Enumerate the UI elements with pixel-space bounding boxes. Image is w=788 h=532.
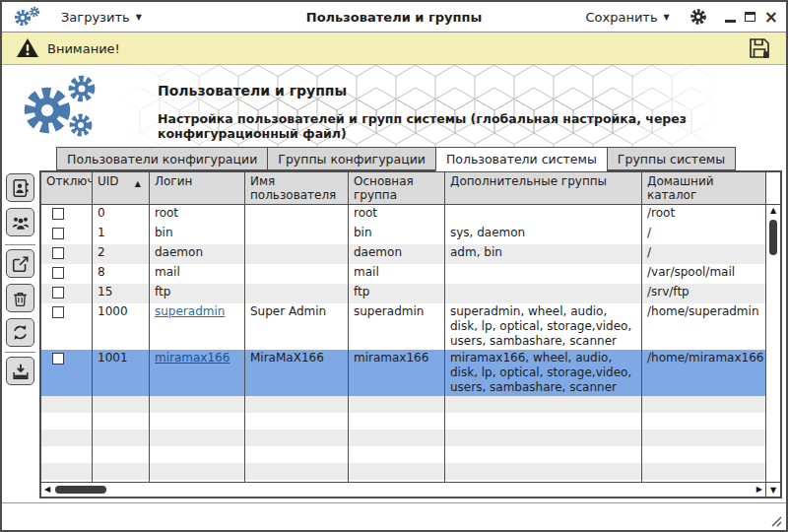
disable-checkbox[interactable] <box>52 306 64 318</box>
empty-table-row[interactable] <box>41 413 765 430</box>
delete-user-button[interactable] <box>6 284 34 312</box>
disable-checkbox[interactable] <box>52 267 64 279</box>
cell-home <box>642 446 765 463</box>
login-link[interactable]: miramax166 <box>155 351 230 365</box>
cell-name <box>245 446 349 463</box>
disable-checkbox[interactable] <box>52 353 64 365</box>
disable-checkbox[interactable] <box>52 287 64 299</box>
export-user-button[interactable] <box>6 249 34 278</box>
cell-login: root <box>150 205 245 225</box>
column-header-primary-group[interactable]: Основная группа <box>349 172 445 204</box>
empty-table-row[interactable] <box>41 430 765 446</box>
scroll-left-icon[interactable]: ◀ <box>44 485 50 494</box>
cell-login: daemon <box>150 244 245 264</box>
cell-primary-group: root <box>349 205 445 225</box>
login-link[interactable]: superadmin <box>155 304 225 318</box>
cell-login <box>150 446 245 463</box>
table-row[interactable]: 1 bin bin sys, daemon / <box>41 225 765 244</box>
close-button[interactable]: × <box>764 10 778 24</box>
column-header-extra-groups[interactable]: Дополнительные группы <box>445 172 642 204</box>
tab-system-users[interactable]: Пользователи системы <box>435 147 607 171</box>
import-user-button[interactable] <box>6 357 34 385</box>
refresh-icon <box>11 323 30 342</box>
scrollbar-corner <box>765 172 780 205</box>
cell-primary-group: miramax166 <box>349 350 445 396</box>
column-header-disabled[interactable]: Отключ <box>41 172 93 204</box>
cell-home: / <box>642 244 765 264</box>
horizontal-scrollbar-thumb[interactable] <box>55 486 106 494</box>
cell-extra-groups <box>445 264 642 284</box>
tab-system-groups[interactable]: Группы системы <box>607 147 736 170</box>
column-header-name[interactable]: Имя пользователя <box>245 172 349 204</box>
cell-extra-groups <box>445 463 642 480</box>
users-table-panel: Отключ UID ▲ Логин Имя пользователя Осно… <box>39 170 782 499</box>
cell-uid: 1000 <box>93 303 150 350</box>
page-title: Пользователи и группы <box>158 83 347 99</box>
cell-home <box>642 430 765 446</box>
vertical-scrollbar[interactable]: ▲ <box>765 205 780 482</box>
cell-primary-group <box>349 430 445 446</box>
column-header-login[interactable]: Логин <box>150 172 245 204</box>
column-header-home[interactable]: Домашний каталог <box>642 172 765 204</box>
scroll-up-icon[interactable]: ▲ <box>766 206 780 215</box>
resize-grip[interactable] <box>769 514 782 527</box>
table-row[interactable]: 1000 superadmin Super Admin superadmin s… <box>41 303 765 350</box>
scroll-right-icon[interactable]: ▶ <box>756 485 762 494</box>
page-header: Пользователи и группы Настройка пользова… <box>2 65 786 147</box>
titlebar: Загрузить ▼ Пользователи и группы Сохран… <box>2 2 786 33</box>
address-book-button[interactable] <box>6 173 34 202</box>
warning-triangle-icon <box>16 37 39 59</box>
cell-login <box>150 430 245 446</box>
save-button-label: Сохранить <box>585 10 657 25</box>
cell-uid <box>93 430 150 446</box>
chevron-down-icon: ▼ <box>136 13 142 22</box>
cell-home <box>642 413 765 430</box>
cell-primary-group <box>349 446 445 463</box>
cell-uid: 8 <box>93 264 150 284</box>
cell-primary-group: daemon <box>349 244 445 264</box>
table-row[interactable]: 15 ftp ftp /srv/ftp <box>41 284 765 303</box>
refresh-button[interactable] <box>6 318 34 347</box>
minimize-button[interactable] <box>725 20 736 23</box>
settings-gear-icon[interactable] <box>688 6 709 28</box>
save-protected-icon[interactable] <box>747 35 772 61</box>
maximize-button[interactable] <box>745 12 755 22</box>
empty-table-row[interactable] <box>41 463 765 480</box>
empty-table-row[interactable] <box>41 446 765 463</box>
disable-checkbox[interactable] <box>52 247 64 259</box>
cell-primary-group: mail <box>349 264 445 284</box>
cell-home: /home/miramax166 <box>642 350 765 396</box>
cell-extra-groups: superadmin, wheel, audio, disk, lp, opti… <box>445 303 642 350</box>
table-row[interactable]: 1001 miramax166 MiraMaX166 miramax166 mi… <box>41 350 765 396</box>
page-subtitle: Настройка пользователей и групп системы … <box>158 111 766 141</box>
cell-login: superadmin <box>150 303 245 350</box>
load-button-label: Загрузить <box>61 10 130 25</box>
column-header-uid[interactable]: UID ▲ <box>93 172 150 204</box>
disable-checkbox[interactable] <box>52 208 64 220</box>
cell-name <box>245 463 349 480</box>
load-button[interactable]: Загрузить ▼ <box>53 6 150 29</box>
empty-table-row[interactable] <box>41 396 765 413</box>
table-row[interactable]: 8 mail mail /var/spool/mail <box>41 264 765 284</box>
toolbar-separator <box>5 244 35 245</box>
cell-name <box>245 244 349 264</box>
cell-home <box>642 463 765 480</box>
table-row[interactable]: 0 root root /root <box>41 205 765 225</box>
cell-uid <box>93 446 150 463</box>
users-group-button[interactable] <box>6 208 34 236</box>
scroll-down-icon[interactable]: ▼ <box>765 482 780 497</box>
address-book-icon <box>11 178 31 198</box>
table-row[interactable]: 2 daemon daemon adm, bin / <box>41 244 765 264</box>
disable-checkbox[interactable] <box>52 228 64 239</box>
tab-config-groups[interactable]: Группы конфигурации <box>267 147 435 170</box>
vertical-scrollbar-thumb[interactable] <box>769 220 777 255</box>
cell-extra-groups <box>445 430 642 446</box>
cell-extra-groups <box>445 446 642 463</box>
cell-name <box>245 396 349 413</box>
save-button[interactable]: Сохранить ▼ <box>577 6 677 29</box>
tab-config-users[interactable]: Пользователи конфигурации <box>56 147 267 170</box>
import-icon <box>11 362 31 381</box>
toolbar-separator <box>5 352 35 353</box>
cell-primary-group <box>349 396 445 413</box>
horizontal-scrollbar[interactable]: ◀ ▶ <box>41 482 765 497</box>
